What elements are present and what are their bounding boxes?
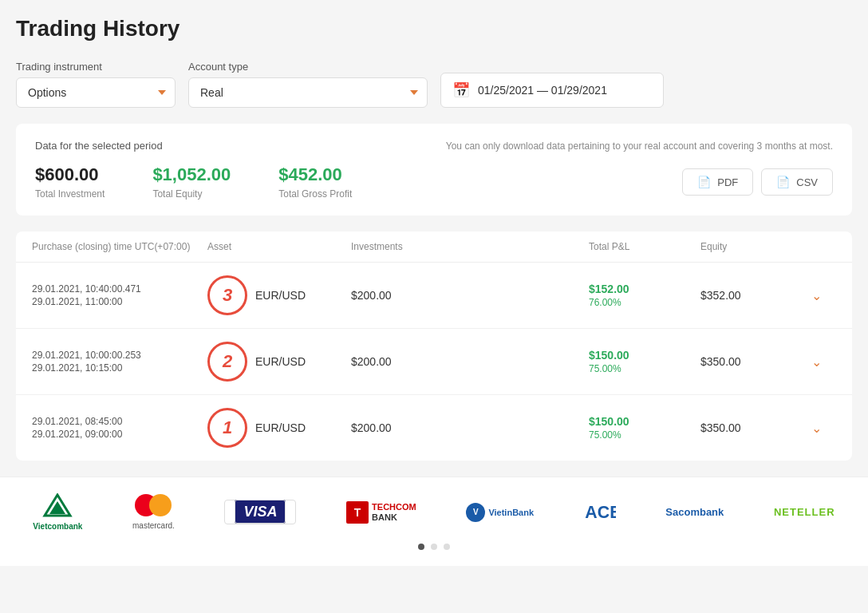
carousel-dots: [16, 544, 852, 550]
page-title: Trading History: [16, 16, 852, 42]
account-type-select-wrapper: Real: [188, 77, 428, 108]
total-equity-stat: $1,052.00 Total Equity: [152, 164, 231, 200]
trade-badge-2: 2: [207, 342, 247, 382]
pdf-export-button[interactable]: 📄 PDF: [682, 168, 753, 196]
svg-text:ACB: ACB: [585, 503, 616, 522]
trading-instrument-select-wrapper: Options: [16, 77, 176, 108]
pl-pct-1: 76.00%: [589, 297, 700, 308]
table-row: 29.01.2021, 08:45:00 29.01.2021, 09:00:0…: [16, 395, 852, 461]
pdf-label: PDF: [717, 176, 738, 188]
asset-name-2: EUR/USD: [255, 355, 306, 368]
table-header: Purchase (closing) time UTC(+07:00) Asse…: [16, 231, 852, 263]
vietcombank-logo: Vietcombank: [33, 493, 82, 531]
carousel-dot-3[interactable]: [444, 544, 450, 550]
pl-value-2: $150.00: [589, 349, 700, 362]
trading-instrument-group: Trading instrument Options: [16, 61, 176, 108]
pl-value-1: $152.00: [589, 283, 700, 295]
open-time-1: 29.01.2021, 10:40:00.471: [32, 283, 207, 295]
trading-instrument-select[interactable]: Options: [16, 77, 176, 108]
visa-logo: VISA: [224, 500, 296, 524]
main-content: Trading History Trading instrument Optio…: [0, 0, 868, 461]
visa-text: VISA: [235, 500, 286, 524]
header-asset: Asset: [207, 241, 351, 252]
header-expand: [796, 241, 836, 252]
total-gross-profit-value: $452.00: [278, 164, 352, 185]
account-type-label: Account type: [188, 61, 428, 73]
expand-row-3-button[interactable]: ⌄: [796, 417, 836, 439]
date-range-picker[interactable]: 📅 01/25/2021 — 01/29/2021: [440, 73, 664, 108]
total-gross-profit-stat: $452.00 Total Gross Profit: [278, 164, 352, 200]
cell-pl-1: $152.00 76.00%: [589, 283, 700, 308]
total-equity-label: Total Equity: [152, 188, 231, 200]
open-time-2: 29.01.2021, 10:00:00.253: [32, 350, 207, 361]
account-type-group: Account type Real: [188, 61, 428, 108]
mastercard-yellow-circle: [149, 494, 172, 516]
cell-time-2: 29.01.2021, 10:00:00.253 29.01.2021, 10:…: [32, 350, 207, 374]
total-investment-value: $600.00: [35, 164, 105, 185]
account-type-select[interactable]: Real: [188, 77, 428, 108]
neteller-logo: NETELLER: [774, 506, 835, 518]
cell-asset-3: 1 EUR/USD: [207, 408, 351, 448]
cell-time-3: 29.01.2021, 08:45:00 29.01.2021, 09:00:0…: [32, 416, 207, 440]
header-time: Purchase (closing) time UTC(+07:00): [32, 241, 207, 252]
pdf-icon: 📄: [697, 176, 711, 188]
acb-icon: ACB: [584, 498, 616, 527]
cell-asset-2: 2 EUR/USD: [207, 342, 351, 382]
filters-row: Trading instrument Options Account type …: [16, 61, 852, 108]
total-investment-label: Total Investment: [35, 188, 105, 200]
vietcombank-icon: [41, 493, 73, 519]
vietinbank-logo: V VietinBank: [466, 503, 534, 522]
cell-asset-1: 3 EUR/USD: [207, 275, 351, 315]
period-note: You can only download data pertaining to…: [446, 140, 833, 152]
close-time-3: 29.01.2021, 09:00:00: [32, 429, 207, 440]
csv-export-button[interactable]: 📄 CSV: [761, 168, 833, 196]
pl-value-3: $150.00: [589, 415, 700, 428]
trade-badge-3: 3: [207, 275, 247, 315]
carousel-dot-1[interactable]: [418, 544, 424, 550]
header-total-pl: Total P&L: [589, 241, 700, 252]
techcombank-logo: T TECHCOM BANK: [346, 501, 416, 524]
data-period-section: Data for the selected period You can onl…: [16, 124, 852, 216]
pl-pct-2: 75.00%: [589, 363, 700, 374]
cell-time-1: 29.01.2021, 10:40:00.471 29.01.2021, 11:…: [32, 283, 207, 307]
carousel-dot-2[interactable]: [431, 544, 437, 550]
trade-badge-1: 1: [207, 408, 247, 448]
asset-name-3: EUR/USD: [255, 421, 306, 434]
total-gross-profit-label: Total Gross Profit: [278, 188, 352, 200]
asset-name-1: EUR/USD: [255, 289, 306, 302]
period-header: Data for the selected period You can onl…: [35, 140, 833, 152]
export-buttons: 📄 PDF 📄 CSV: [682, 168, 833, 196]
total-equity-value: $1,052.00: [152, 164, 231, 185]
techcombank-icon-letter: T: [354, 506, 361, 519]
techcombank-name-top: TECHCOM: [372, 502, 416, 512]
mastercard-logo: mastercard.: [132, 494, 175, 530]
table-row: 29.01.2021, 10:40:00.471 29.01.2021, 11:…: [16, 263, 852, 329]
footer-section: Vietcombank mastercard. VISA: [0, 477, 868, 566]
header-investments: Investments: [351, 241, 589, 252]
sacombank-logo: Sacombank: [665, 506, 724, 518]
techcombank-name-bottom: BANK: [372, 512, 416, 522]
sacombank-text: Sacombank: [665, 506, 724, 518]
neteller-text: NETELLER: [774, 506, 835, 518]
table-row: 29.01.2021, 10:00:00.253 29.01.2021, 10:…: [16, 329, 852, 395]
vietcombank-text: Vietcombank: [33, 522, 82, 531]
cell-investment-1: $200.00: [351, 289, 589, 302]
open-time-3: 29.01.2021, 08:45:00: [32, 416, 207, 427]
pl-pct-3: 75.00%: [589, 429, 700, 441]
total-investment-stat: $600.00 Total Investment: [35, 164, 105, 200]
acb-logo: ACB: [584, 498, 616, 527]
trading-instrument-label: Trading instrument: [16, 61, 176, 73]
expand-row-2-button[interactable]: ⌄: [796, 351, 836, 373]
cell-investment-3: $200.00: [351, 421, 589, 434]
cell-equity-2: $350.00: [700, 355, 796, 368]
mastercard-text: mastercard.: [132, 521, 175, 530]
close-time-2: 29.01.2021, 10:15:00: [32, 362, 207, 374]
cell-equity-3: $350.00: [700, 421, 796, 434]
date-range-text: 01/25/2021 — 01/29/2021: [478, 84, 607, 97]
header-equity: Equity: [700, 241, 796, 252]
expand-row-1-button[interactable]: ⌄: [796, 285, 836, 306]
vietinbank-icon-letter: V: [473, 508, 479, 516]
calendar-icon: 📅: [452, 81, 470, 99]
stats-row: $600.00 Total Investment $1,052.00 Total…: [35, 164, 833, 200]
table-section: Purchase (closing) time UTC(+07:00) Asse…: [16, 231, 852, 461]
